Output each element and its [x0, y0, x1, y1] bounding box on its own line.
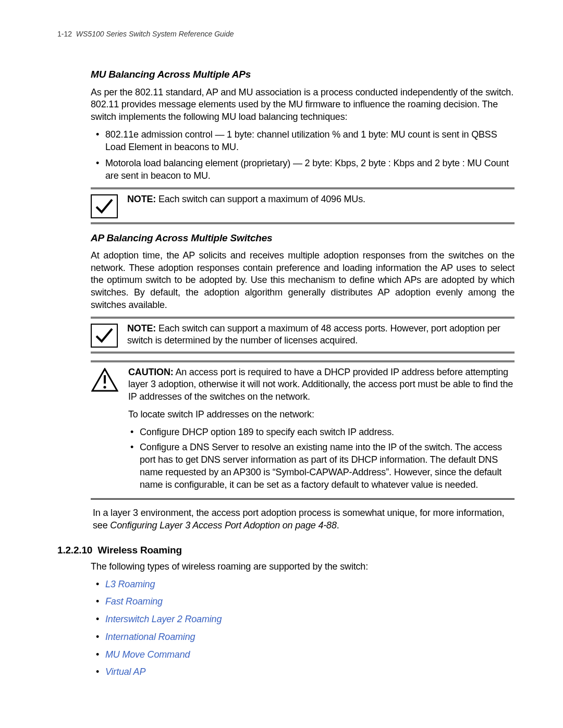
- svg-point-2: [103, 386, 106, 388]
- svg-rect-1: [104, 375, 106, 384]
- wireless-roaming-intro: The following types of wireless roaming …: [91, 561, 515, 573]
- link-fast-roaming[interactable]: Fast Roaming: [105, 596, 163, 607]
- link-l3-roaming[interactable]: L3 Roaming: [105, 579, 155, 589]
- link-interswitch-l2-roaming[interactable]: Interswitch Layer 2 Roaming: [105, 614, 222, 624]
- note-label: NOTE:: [127, 194, 156, 204]
- checkmark-icon: [91, 194, 118, 218]
- locate-item-1: Configure DHCP option 189 to specify eac…: [140, 426, 515, 439]
- link-international-roaming[interactable]: International Roaming: [105, 632, 195, 642]
- caution-text: An access port is required to have a DHC…: [128, 367, 513, 402]
- page-header: 1-12 WS5100 Series Switch System Referen…: [57, 29, 515, 39]
- note-48-access-ports: NOTE: Each switch can support a maximum …: [91, 317, 515, 353]
- link-mu-move-command[interactable]: MU Move Command: [105, 649, 190, 660]
- doc-title: WS5100 Series Switch System Reference Gu…: [76, 30, 234, 38]
- heading-ap-balancing: AP Balancing Across Multiple Switches: [91, 231, 515, 244]
- mu-balancing-intro: As per the 802.11 standard, AP and MU as…: [91, 87, 515, 124]
- heading-wireless-roaming: 1.2.2.10 Wireless Roaming: [57, 544, 515, 557]
- ap-balancing-intro: At adoption time, the AP solicits and re…: [91, 250, 515, 312]
- caution-dhcp-ip: CAUTION: An access port is required to h…: [91, 361, 515, 500]
- heading-mu-balancing: MU Balancing Across Multiple APs: [91, 68, 515, 81]
- layer3-ref-paragraph: In a layer 3 environment, the access por…: [93, 507, 515, 532]
- locate-item-2: Configure a DNS Server to resolve an exi…: [140, 441, 515, 491]
- layer3-ref-link: Configuring Layer 3 Access Port Adoption…: [110, 520, 336, 530]
- checkmark-icon: [91, 324, 118, 348]
- warning-icon: [91, 367, 119, 392]
- page-number: 1-12: [57, 30, 72, 38]
- note-label: NOTE:: [127, 323, 156, 334]
- caution-label: CAUTION:: [128, 367, 174, 377]
- note-4096-mus: NOTE: Each switch can support a maximum …: [91, 188, 515, 224]
- link-virtual-ap[interactable]: Virtual AP: [105, 667, 145, 677]
- mu-balancing-item-2: Motorola load balancing element (proprie…: [105, 157, 515, 182]
- note-text: Each switch can support a maximum of 48 …: [127, 323, 500, 346]
- mu-balancing-item-1: 802.11e admission control — 1 byte: chan…: [105, 129, 515, 154]
- locate-intro: To locate switch IP addresses on the net…: [128, 409, 515, 421]
- note-text: Each switch can support a maximum of 409…: [158, 194, 365, 204]
